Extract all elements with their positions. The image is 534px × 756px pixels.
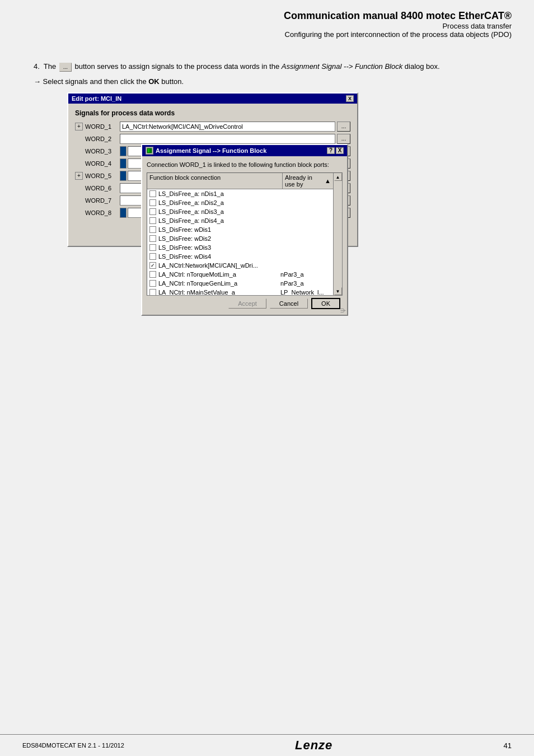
checkbox-10[interactable]: [149, 280, 156, 287]
scroll-down-arrow[interactable]: ▼: [334, 287, 342, 295]
list-container: Function block connection Already in use…: [147, 172, 343, 296]
word-dots-btn-2[interactable]: ...: [337, 134, 350, 144]
page: Communication manual 8400 motec EtherCAT…: [0, 0, 534, 756]
assignment-signal-dialog: Assignment Signal --> Function Block ? X…: [141, 144, 348, 316]
list-item-2[interactable]: LS_DisFree_a: nDis3_a: [147, 207, 333, 216]
word-label-3: WORD_3: [75, 148, 120, 155]
edit-port-title: Edit port: MCI_IN: [72, 95, 121, 102]
step-text: 4. The ... button serves to assign signa…: [34, 61, 500, 73]
word-label-4: WORD_4: [75, 160, 120, 167]
checkbox-0[interactable]: [149, 190, 156, 197]
checkbox-9[interactable]: [149, 271, 156, 278]
sort-icon: ▲: [325, 178, 331, 184]
arrow-text-end: button.: [161, 77, 184, 86]
item-use-9: nPar3_a: [280, 271, 331, 278]
checkbox-2[interactable]: [149, 208, 156, 215]
assignment-title-bar: Assignment Signal --> Function Block ? X: [142, 145, 347, 156]
item-use-11: LP_Network_l...: [280, 289, 331, 295]
list-item-11[interactable]: LA_NCtrl: nMainSetValue_aLP_Network_l...: [147, 288, 333, 295]
list-scrollbar[interactable]: ▲ ▼: [333, 173, 342, 295]
ok-button[interactable]: OK: [311, 298, 340, 309]
edit-port-dialog: Edit port: MCI_IN X Signals for process …: [67, 92, 358, 247]
item-text-3: LS_DisFree_a: nDis4_a: [158, 217, 280, 224]
accept-button[interactable]: Accept: [228, 298, 266, 309]
word-input-2[interactable]: [120, 134, 335, 144]
list-item-4[interactable]: LS_DisFree: wDis1: [147, 225, 333, 234]
item-text-6: LS_DisFree: wDis3: [158, 244, 280, 251]
list-item-8[interactable]: ✓LA_NCtrl:Network[MCI/CAN]_wDri...: [147, 261, 333, 270]
list-item-1[interactable]: LS_DisFree_a: nDis2_a: [147, 198, 333, 207]
word-label-1: + WORD_1: [75, 123, 120, 130]
step-text-before: The: [44, 62, 56, 71]
checkbox-3[interactable]: [149, 217, 156, 224]
lenze-logo: Lenze: [295, 738, 332, 753]
item-text-1: LS_DisFree_a: nDis2_a: [158, 199, 280, 206]
dialog-icon: [146, 147, 153, 155]
cancel-button[interactable]: Cancel: [270, 298, 308, 309]
checkbox-6[interactable]: [149, 244, 156, 251]
signals-header: Signals for process data words: [75, 109, 350, 117]
footer-page: 41: [504, 741, 512, 750]
word-row-2: WORD_2 ...: [75, 134, 350, 144]
title-bar-close[interactable]: X: [346, 95, 354, 102]
list-item-6[interactable]: LS_DisFree: wDis3: [147, 243, 333, 252]
item-text-9: LA_NCtrl: nTorqueMotLim_a: [158, 271, 280, 278]
dialog-buttons: Accept Cancel OK: [147, 296, 343, 311]
item-text-10: LA_NCtrl: nTorqueGenLim_a: [158, 280, 280, 287]
main-content: 4. The ... button serves to assign signa…: [0, 44, 534, 734]
checkbox-4[interactable]: [149, 226, 156, 233]
item-use-10: nPar3_a: [280, 280, 331, 287]
step-text-end: dialog box.: [405, 62, 440, 71]
word-row-1: + WORD_1 ...: [75, 122, 350, 132]
footer-left: EDS84DMOTECAT EN 2.1 - 11/2012: [22, 742, 124, 749]
item-text-2: LS_DisFree_a: nDis3_a: [158, 208, 280, 215]
word-label-8: WORD_8: [75, 209, 120, 216]
word-dots-btn-1[interactable]: ...: [337, 122, 350, 132]
inline-dots-button[interactable]: ...: [59, 63, 72, 72]
arrow-text-before: → Select signals and then click the: [34, 77, 147, 86]
list-item-3[interactable]: LS_DisFree_a: nDis4_a: [147, 216, 333, 225]
header-title: Communication manual 8400 motec EtherCAT…: [22, 10, 512, 22]
list-header: Function block connection Already in use…: [147, 173, 333, 189]
plus-btn-1[interactable]: +: [75, 123, 83, 130]
word-label-5: + WORD_5: [75, 172, 120, 180]
list-item-5[interactable]: LS_DisFree: wDis2: [147, 234, 333, 243]
word-indicator-8: [120, 208, 127, 218]
help-btn[interactable]: ?: [327, 147, 335, 154]
list-items: LS_DisFree_a: nDis1_aLS_DisFree_a: nDis2…: [147, 189, 333, 295]
word-indicator-5: [120, 171, 127, 181]
list-item-7[interactable]: LS_DisFree: wDis4: [147, 252, 333, 261]
assignment-title-btns: ? X: [327, 147, 344, 154]
resize-handle[interactable]: ⋺: [340, 307, 346, 314]
list-content[interactable]: Function block connection Already in use…: [147, 173, 333, 295]
list-item-0[interactable]: LS_DisFree_a: nDis1_a: [147, 189, 333, 198]
col-use-header: Already in use by ▲: [283, 173, 333, 189]
footer: EDS84DMOTECAT EN 2.1 - 11/2012 Lenze 41: [0, 734, 534, 756]
checkbox-7[interactable]: [149, 253, 156, 260]
checkbox-8[interactable]: ✓: [149, 262, 156, 269]
plus-btn-5[interactable]: +: [75, 172, 83, 180]
list-item-10[interactable]: LA_NCtrl: nTorqueGenLim_anPar3_a: [147, 279, 333, 288]
step-text-after: button serves to assign signals to the p…: [75, 62, 280, 71]
assignment-body: Connection WORD_1 is linked to the follo…: [142, 156, 347, 315]
checkbox-1[interactable]: [149, 199, 156, 206]
step-italic-text: Assignment Signal --> Function Block: [282, 62, 402, 71]
dialog-close-btn[interactable]: X: [336, 147, 344, 154]
col-fn-header: Function block connection: [147, 173, 283, 189]
assignment-title-left: Assignment Signal --> Function Block: [146, 147, 266, 155]
item-text-8: LA_NCtrl:Network[MCI/CAN]_wDri...: [158, 262, 280, 269]
connection-info: Connection WORD_1 is linked to the follo…: [147, 161, 343, 169]
assignment-title-text: Assignment Signal --> Function Block: [156, 147, 266, 154]
checkbox-5[interactable]: [149, 235, 156, 242]
list-item-9[interactable]: LA_NCtrl: nTorqueMotLim_anPar3_a: [147, 270, 333, 279]
title-bar-controls: X: [346, 95, 354, 102]
word-label-2: WORD_2: [75, 136, 120, 142]
word-input-1[interactable]: [120, 122, 335, 132]
word-label-6: WORD_6: [75, 185, 120, 192]
header-sub2: Configuring the port interconnection of …: [22, 30, 512, 39]
arrow-text: → Select signals and then click the OK b…: [34, 77, 500, 86]
word-indicator-4: [120, 158, 127, 169]
scroll-up-arrow[interactable]: ▲: [334, 173, 342, 181]
ok-label: OK: [148, 77, 160, 86]
checkbox-11[interactable]: [149, 289, 156, 295]
